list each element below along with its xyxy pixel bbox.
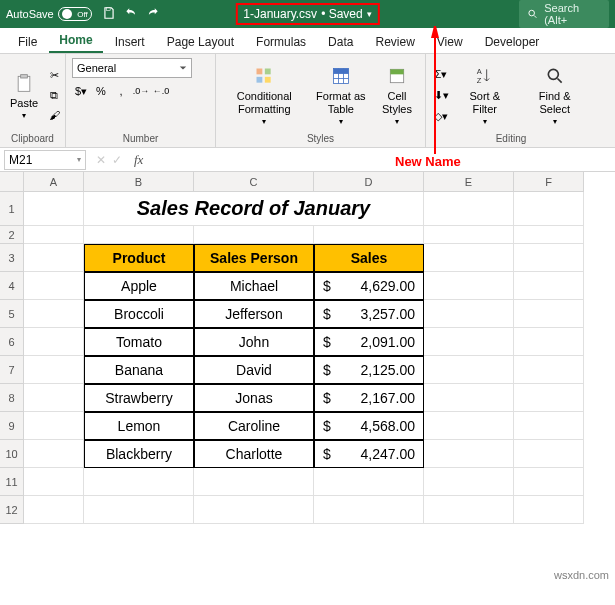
col-header[interactable]: F	[514, 172, 584, 192]
table-cell[interactable]: $3,257.00	[314, 300, 424, 328]
cell[interactable]	[424, 244, 514, 272]
save-icon[interactable]	[102, 6, 116, 23]
row-header[interactable]: 10	[0, 440, 24, 468]
cell[interactable]	[24, 384, 84, 412]
copy-icon[interactable]: ⧉	[45, 86, 63, 104]
cell[interactable]	[424, 192, 514, 226]
table-cell[interactable]: Apple	[84, 272, 194, 300]
table-cell[interactable]: John	[194, 328, 314, 356]
tab-developer[interactable]: Developer	[475, 31, 550, 53]
tab-formulas[interactable]: Formulas	[246, 31, 316, 53]
table-cell[interactable]: Tomato	[84, 328, 194, 356]
cell[interactable]	[314, 468, 424, 496]
cell[interactable]	[24, 440, 84, 468]
table-cell[interactable]: Caroline	[194, 412, 314, 440]
clear-icon[interactable]: ◇▾	[432, 107, 450, 125]
decrease-decimal-icon[interactable]: ←.0	[152, 82, 170, 100]
table-cell[interactable]: David	[194, 356, 314, 384]
cell[interactable]	[314, 496, 424, 524]
cell[interactable]	[514, 300, 584, 328]
table-cell[interactable]: Charlotte	[194, 440, 314, 468]
cell-styles-button[interactable]: Cell Styles▾	[375, 62, 419, 127]
cell[interactable]	[514, 356, 584, 384]
tab-page-layout[interactable]: Page Layout	[157, 31, 244, 53]
fx-icon[interactable]: fx	[128, 152, 149, 168]
table-cell[interactable]: $2,091.00	[314, 328, 424, 356]
tab-home[interactable]: Home	[49, 29, 102, 53]
cell[interactable]	[514, 468, 584, 496]
cell[interactable]	[424, 300, 514, 328]
row-header[interactable]: 1	[0, 192, 24, 226]
cell[interactable]	[514, 496, 584, 524]
number-format-combo[interactable]: General	[72, 58, 192, 78]
cell[interactable]	[424, 440, 514, 468]
format-painter-icon[interactable]: 🖌	[45, 106, 63, 124]
cancel-icon[interactable]: ✕	[96, 153, 106, 167]
cell[interactable]	[424, 468, 514, 496]
autosave-control[interactable]: AutoSave Off	[6, 7, 92, 21]
autosave-toggle[interactable]: Off	[58, 7, 92, 21]
table-cell[interactable]: Jonas	[194, 384, 314, 412]
cell[interactable]	[314, 226, 424, 244]
sort-filter-button[interactable]: AZ Sort & Filter▾	[453, 62, 516, 127]
currency-icon[interactable]: $▾	[72, 82, 90, 100]
search-box[interactable]: Search (Alt+	[519, 0, 609, 28]
name-box[interactable]: M21▾	[4, 150, 86, 170]
cell[interactable]	[24, 192, 84, 226]
cell[interactable]	[194, 496, 314, 524]
row-header[interactable]: 5	[0, 300, 24, 328]
cell[interactable]	[424, 496, 514, 524]
cell[interactable]	[424, 356, 514, 384]
enter-icon[interactable]: ✓	[112, 153, 122, 167]
formula-input[interactable]	[149, 150, 615, 170]
row-header[interactable]: 8	[0, 384, 24, 412]
cell[interactable]	[514, 192, 584, 226]
comma-icon[interactable]: ,	[112, 82, 130, 100]
cut-icon[interactable]: ✂	[45, 66, 63, 84]
format-as-table-button[interactable]: Format as Table▾	[310, 62, 372, 127]
chevron-down-icon[interactable]: ▾	[367, 9, 372, 19]
cell[interactable]	[194, 468, 314, 496]
table-cell[interactable]: Strawberry	[84, 384, 194, 412]
cell[interactable]	[514, 412, 584, 440]
row-header[interactable]: 9	[0, 412, 24, 440]
cell[interactable]	[424, 226, 514, 244]
cell[interactable]	[24, 328, 84, 356]
spreadsheet-grid[interactable]: A B C D E F 1 Sales Record of January 2 …	[0, 172, 615, 524]
table-cell[interactable]: Michael	[194, 272, 314, 300]
table-cell[interactable]: $2,125.00	[314, 356, 424, 384]
table-cell[interactable]: $2,167.00	[314, 384, 424, 412]
table-cell[interactable]: $4,568.00	[314, 412, 424, 440]
cell[interactable]	[424, 412, 514, 440]
row-header[interactable]: 7	[0, 356, 24, 384]
table-cell[interactable]: Broccoli	[84, 300, 194, 328]
cell[interactable]	[424, 384, 514, 412]
cell[interactable]	[24, 244, 84, 272]
conditional-formatting-button[interactable]: Conditional Formatting▾	[222, 62, 307, 127]
cell[interactable]	[424, 272, 514, 300]
redo-icon[interactable]	[146, 6, 160, 23]
row-header[interactable]: 3	[0, 244, 24, 272]
cell[interactable]	[514, 272, 584, 300]
cell[interactable]	[514, 244, 584, 272]
col-header[interactable]: D	[314, 172, 424, 192]
row-header[interactable]: 12	[0, 496, 24, 524]
find-select-button[interactable]: Find & Select▾	[519, 62, 590, 127]
table-cell[interactable]: $4,247.00	[314, 440, 424, 468]
table-cell[interactable]: Jefferson	[194, 300, 314, 328]
undo-icon[interactable]	[124, 6, 138, 23]
col-header[interactable]: E	[424, 172, 514, 192]
cell[interactable]	[24, 412, 84, 440]
table-cell[interactable]: Banana	[84, 356, 194, 384]
cell[interactable]	[514, 384, 584, 412]
col-header[interactable]: C	[194, 172, 314, 192]
tab-review[interactable]: Review	[365, 31, 424, 53]
tab-insert[interactable]: Insert	[105, 31, 155, 53]
cell[interactable]	[24, 468, 84, 496]
cell[interactable]	[194, 226, 314, 244]
cell[interactable]	[24, 272, 84, 300]
table-cell[interactable]: Lemon	[84, 412, 194, 440]
sheet-title[interactable]: Sales Record of January	[84, 192, 424, 226]
col-header[interactable]: A	[24, 172, 84, 192]
cell[interactable]	[514, 226, 584, 244]
